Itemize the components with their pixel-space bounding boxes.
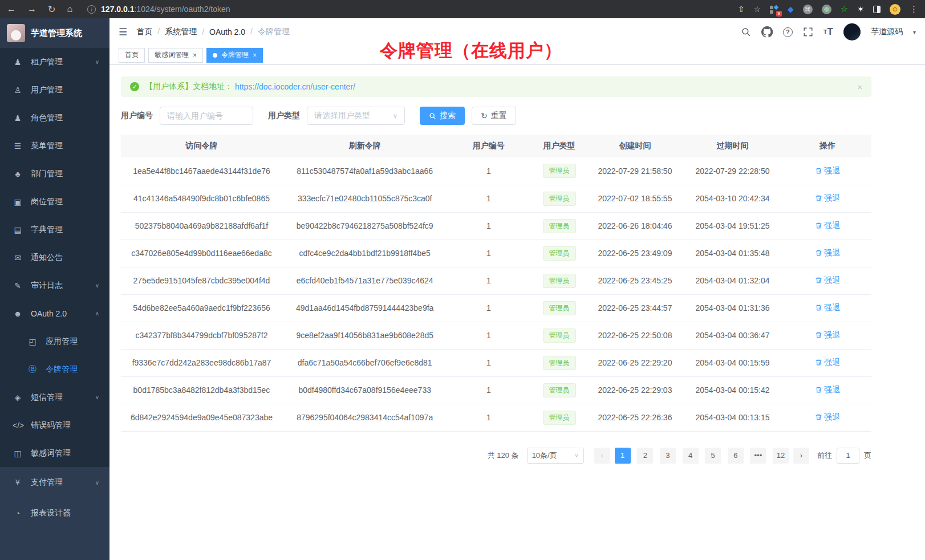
collapse-sidebar-icon[interactable]: ☰ bbox=[119, 26, 127, 38]
success-check-icon: ✓ bbox=[130, 82, 139, 91]
doc-link[interactable]: https://doc.iocoder.cn/user-center/ bbox=[235, 82, 355, 91]
breadcrumb-item[interactable]: 首页 bbox=[136, 27, 152, 37]
chevron-down-icon[interactable]: ▾ bbox=[913, 29, 916, 35]
next-page-button[interactable]: › bbox=[793, 448, 809, 464]
action-cell: 强退 bbox=[784, 376, 871, 404]
sidebar-item[interactable]: ♙ 用户管理 bbox=[0, 76, 109, 104]
page-button[interactable]: 3 bbox=[660, 448, 676, 464]
page-size-select[interactable]: 10条/页 ∨ bbox=[527, 448, 584, 464]
extension-grid-icon[interactable]: 9 bbox=[770, 5, 778, 14]
created-time-cell: 2022-06-25 22:29:03 bbox=[589, 376, 681, 404]
address-bar[interactable]: i 127.0.0.1:1024/system/oauth2/token bbox=[87, 5, 738, 14]
browser-profile-avatar[interactable]: ☺ bbox=[890, 4, 900, 15]
user-id-cell: 1 bbox=[447, 322, 530, 349]
page-button[interactable]: ••• bbox=[750, 448, 766, 464]
home-icon[interactable]: ⌂ bbox=[67, 4, 72, 14]
user-id-input[interactable] bbox=[160, 107, 253, 125]
trash-icon bbox=[815, 386, 822, 393]
sidebar-item[interactable]: </> 错误码管理 bbox=[0, 411, 109, 439]
extension-star-icon[interactable]: ☆ bbox=[841, 4, 848, 14]
refresh-token-cell: 8796295f04064c2983414cc54af1097a bbox=[282, 404, 448, 431]
sidebar-menu: ♟ 租户管理 ∨ ♙ 用户管理 ♟ 角色管理 ☰ bbox=[0, 48, 109, 467]
access-token-cell: 6d842e2924594de9a09e45e087323abe bbox=[121, 404, 282, 431]
force-logout-button[interactable]: 强退 bbox=[815, 330, 840, 340]
sidebar-item[interactable]: ◰ 应用管理 bbox=[0, 327, 109, 355]
force-logout-button[interactable]: 强退 bbox=[815, 275, 840, 286]
force-logout-button[interactable]: 强退 bbox=[815, 385, 840, 395]
sidebar-item[interactable]: ¥ 支付管理 ∨ bbox=[0, 467, 109, 498]
sidebar-item[interactable]: ♣ 部门管理 bbox=[0, 160, 109, 188]
force-logout-button[interactable]: 强退 bbox=[815, 412, 840, 423]
help-icon[interactable]: ? bbox=[783, 27, 793, 37]
table-row: c342377bf8b344799dcbf7bf095287f2 9ce8ef2… bbox=[121, 322, 871, 349]
sidebar-item-label: 支付管理 bbox=[31, 477, 63, 488]
created-time-cell: 2022-07-02 18:55:55 bbox=[589, 185, 681, 212]
sidebar-item[interactable]: ☰ 菜单管理 bbox=[0, 132, 109, 160]
github-icon[interactable] bbox=[761, 26, 773, 38]
goto-page-input[interactable] bbox=[837, 448, 859, 464]
forward-icon[interactable]: → bbox=[27, 4, 36, 14]
force-logout-button[interactable]: 强退 bbox=[815, 166, 840, 176]
force-logout-button[interactable]: 强退 bbox=[815, 358, 840, 368]
site-info-icon[interactable]: i bbox=[87, 5, 96, 14]
user-type-tag: 管理员 bbox=[543, 274, 576, 288]
sidebar-item-label: 敏感词管理 bbox=[31, 448, 71, 458]
page-button[interactable]: 6 bbox=[728, 448, 744, 464]
tab-close-icon[interactable]: × bbox=[193, 51, 197, 59]
extension-cmd-icon[interactable]: ⌘ bbox=[803, 5, 813, 14]
sidebar-item[interactable]: ♟ 角色管理 bbox=[0, 104, 109, 132]
sidebar-item[interactable]: ☻ OAuth 2.0 ∧ bbox=[0, 299, 109, 327]
table-row: 275e5de9151045fe87cbdc395e004f4d e6cfd40… bbox=[121, 267, 871, 294]
search-button[interactable]: 搜索 bbox=[420, 107, 465, 125]
column-header: 访问令牌 bbox=[121, 135, 282, 157]
sidebar-item[interactable]: ◔ 报表设计器 bbox=[0, 498, 109, 529]
sidebar-item[interactable]: ✉ 通知公告 bbox=[0, 244, 109, 271]
sidebar-item[interactable]: ▤ 字典管理 bbox=[0, 216, 109, 244]
force-logout-button[interactable]: 强退 bbox=[815, 303, 840, 313]
view-tab[interactable]: 令牌管理 × bbox=[206, 48, 263, 63]
sidebar-item[interactable]: ◈ 短信管理 ∨ bbox=[0, 383, 109, 411]
alert-close-icon[interactable]: × bbox=[857, 82, 862, 92]
sidebar-item[interactable]: ✎ 审计日志 ∨ bbox=[0, 271, 109, 299]
extension-snowflake-icon[interactable]: ✶ bbox=[857, 5, 864, 14]
fullscreen-icon[interactable] bbox=[803, 27, 813, 37]
breadcrumb-item[interactable]: 系统管理 bbox=[152, 27, 197, 37]
font-size-icon[interactable]: TT bbox=[823, 26, 833, 38]
bookmark-star-icon[interactable]: ☆ bbox=[753, 5, 761, 14]
tab-close-icon[interactable]: × bbox=[253, 51, 257, 59]
view-tab[interactable]: 首页 × bbox=[119, 48, 145, 63]
user-type-cell: 管理员 bbox=[530, 212, 589, 240]
prev-page-button[interactable]: ‹ bbox=[594, 448, 610, 464]
browser-menu-icon[interactable]: ⋮ bbox=[910, 4, 918, 14]
user-icon: ♙ bbox=[13, 86, 23, 95]
token-icon: ⓐ bbox=[27, 364, 38, 375]
breadcrumb-item[interactable]: OAuth 2.0 bbox=[197, 27, 245, 36]
extension-gem-icon[interactable]: ◆ bbox=[788, 5, 794, 14]
created-time-cell: 2022-06-25 23:45:25 bbox=[589, 267, 681, 294]
page-button[interactable]: 2 bbox=[637, 448, 653, 464]
tree-icon: ☰ bbox=[13, 141, 23, 151]
sidebar-item[interactable]: ◫ 敏感词管理 bbox=[0, 439, 109, 467]
share-icon[interactable]: ⇧ bbox=[738, 5, 745, 14]
sidebar-item[interactable]: ▣ 岗位管理 bbox=[0, 188, 109, 216]
page-button[interactable]: 4 bbox=[683, 448, 699, 464]
username[interactable]: 芋道源码 bbox=[871, 27, 903, 37]
reload-icon[interactable]: ↻ bbox=[48, 4, 55, 15]
force-logout-button[interactable]: 强退 bbox=[815, 248, 840, 258]
view-tab[interactable]: 敏感词管理 × bbox=[148, 48, 203, 63]
user-type-select[interactable]: 请选择用户类型 ∨ bbox=[307, 107, 405, 125]
force-logout-button[interactable]: 强退 bbox=[815, 221, 840, 231]
page-button[interactable]: 12 bbox=[773, 448, 789, 464]
force-logout-button[interactable]: 强退 bbox=[815, 193, 840, 204]
search-icon[interactable] bbox=[741, 27, 751, 37]
breadcrumb-item[interactable]: 令牌管理 bbox=[245, 27, 290, 37]
sidebar-item[interactable]: ⓐ 令牌管理 bbox=[0, 355, 109, 383]
extension-record-icon[interactable] bbox=[822, 5, 831, 14]
page-button[interactable]: 5 bbox=[705, 448, 721, 464]
user-avatar[interactable] bbox=[843, 23, 861, 40]
back-icon[interactable]: ← bbox=[7, 4, 16, 14]
reset-button[interactable]: ↻ 重置 bbox=[472, 107, 516, 125]
page-button[interactable]: 1 bbox=[615, 448, 631, 464]
sidebar-item[interactable]: ♟ 租户管理 ∨ bbox=[0, 48, 109, 76]
side-panel-icon[interactable] bbox=[873, 6, 881, 13]
